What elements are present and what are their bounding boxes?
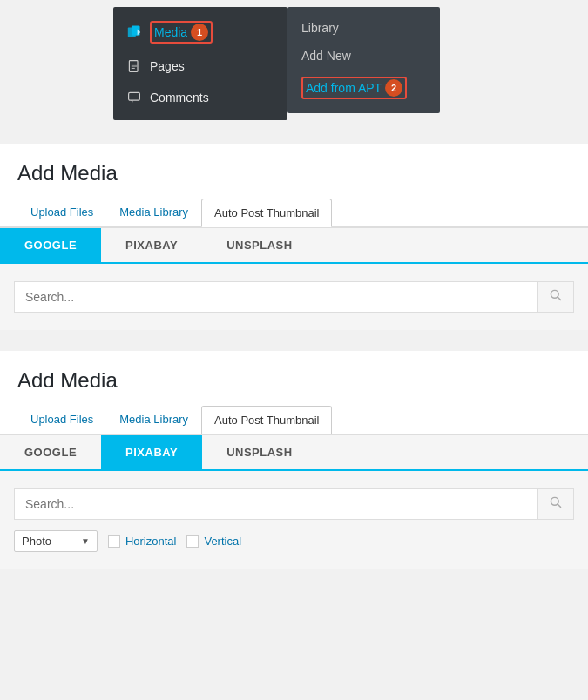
source-tab-unsplash-2[interactable]: UNSPLASH — [202, 435, 317, 469]
media-icon — [125, 24, 143, 41]
section-gap — [0, 330, 588, 351]
source-tab-pixabay-1[interactable]: PIXABAY — [101, 228, 202, 262]
search-input-1[interactable] — [14, 281, 537, 313]
menu-item-pages[interactable]: Pages — [113, 50, 287, 82]
search-row-2 — [14, 488, 574, 520]
submenu-add-from-apt[interactable]: Add from APT 2 — [287, 70, 440, 106]
source-tabs-container-2: GOOGLE PIXABAY UNSPLASH Photo Illustrati… — [0, 434, 588, 569]
source-tab-unsplash-1[interactable]: UNSPLASH — [202, 228, 317, 262]
tab-media-library-1[interactable]: Media Library — [106, 198, 201, 226]
source-tab-google-1[interactable]: GOOGLE — [0, 228, 101, 262]
vertical-orientation[interactable]: Vertical — [186, 535, 241, 548]
menu-item-comments[interactable]: Comments — [113, 82, 287, 113]
search-area-2: Photo Illustration Vector ▼ Horizontal V… — [0, 471, 588, 569]
media-tabs-1: Upload Files Media Library Auto Post Thu… — [17, 198, 571, 226]
source-tabs-container-1: GOOGLE PIXABAY UNSPLASH — [0, 227, 588, 330]
tab-upload-files-2[interactable]: Upload Files — [17, 405, 106, 434]
media-badge: 1 — [191, 24, 208, 41]
horizontal-orientation[interactable]: Horizontal — [108, 535, 177, 548]
menu-item-media[interactable]: Media 1 — [113, 14, 287, 50]
submenu-library[interactable]: Library — [287, 14, 440, 42]
horizontal-label: Horizontal — [125, 535, 177, 548]
media-label-outline: Media 1 — [150, 21, 213, 44]
comments-icon — [125, 89, 143, 106]
source-tab-pixabay-2[interactable]: PIXABAY — [101, 435, 202, 469]
apt-badge: 2 — [385, 79, 402, 97]
media-label: Media — [154, 25, 187, 39]
svg-marker-8 — [131, 100, 132, 102]
submenu-add-new[interactable]: Add New — [287, 42, 440, 70]
vertical-label: Vertical — [204, 535, 241, 548]
svg-line-10 — [558, 297, 561, 300]
source-tabs-2: GOOGLE PIXABAY UNSPLASH — [0, 435, 588, 471]
search-icon-1 — [549, 288, 563, 306]
search-input-2[interactable] — [14, 488, 537, 520]
media-tabs-2: Upload Files Media Library Auto Post Thu… — [17, 405, 571, 434]
add-media-title-1: Add Media — [17, 161, 571, 185]
search-area-1 — [0, 264, 588, 330]
tab-upload-files-1[interactable]: Upload Files — [17, 198, 106, 226]
tab-auto-post-thumbnail-2[interactable]: Auto Post Thumbnail — [201, 406, 332, 434]
add-media-section-1: Add Media Upload Files Media Library Aut… — [0, 144, 588, 227]
top-menu-area: Media 1 Pages Comments — [0, 0, 588, 144]
tab-media-library-2[interactable]: Media Library — [106, 405, 201, 434]
horizontal-checkbox[interactable] — [108, 535, 120, 548]
add-from-apt-outline: Add from APT 2 — [301, 77, 407, 99]
dropdown-arrow-icon: ▼ — [81, 536, 90, 546]
svg-line-12 — [558, 504, 561, 508]
source-tabs-1: GOOGLE PIXABAY UNSPLASH — [0, 228, 588, 264]
search-row-1 — [14, 281, 574, 313]
filter-row: Photo Illustration Vector ▼ Horizontal V… — [14, 530, 574, 552]
add-media-section-2: Add Media Upload Files Media Library Aut… — [0, 351, 588, 434]
wp-menu-popup: Media 1 Pages Comments — [113, 7, 287, 120]
comments-label: Comments — [150, 91, 209, 104]
svg-rect-7 — [129, 92, 140, 100]
photo-type-select[interactable]: Photo Illustration Vector ▼ — [14, 530, 98, 552]
source-tab-google-2[interactable]: GOOGLE — [0, 435, 101, 469]
search-icon-2 — [549, 495, 563, 513]
tab-auto-post-thumbnail-1[interactable]: Auto Post Thumbnail — [201, 199, 332, 227]
search-button-2[interactable] — [537, 488, 574, 520]
pages-label: Pages — [150, 59, 185, 73]
pages-icon — [125, 57, 143, 75]
add-media-title-2: Add Media — [17, 368, 571, 393]
wp-submenu-popup: Library Add New Add from APT 2 — [287, 7, 440, 113]
vertical-checkbox[interactable] — [186, 535, 199, 548]
search-button-1[interactable] — [537, 281, 574, 313]
type-dropdown[interactable]: Photo Illustration Vector — [22, 535, 78, 548]
